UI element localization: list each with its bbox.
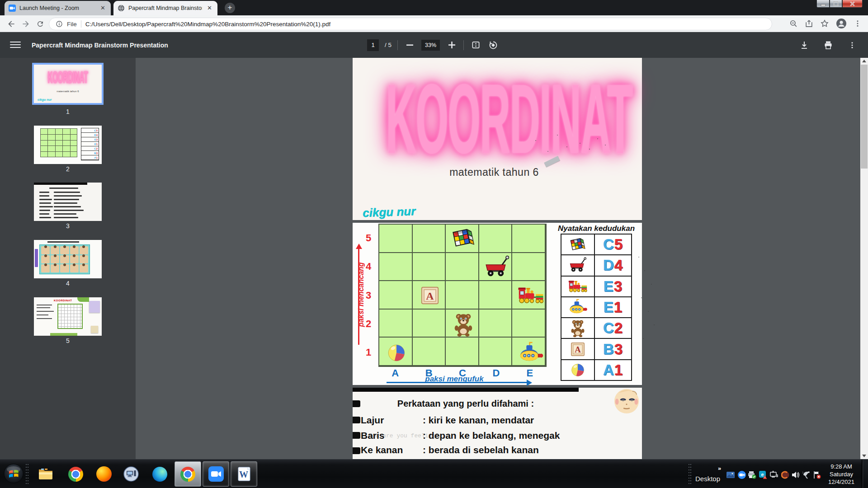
pdf-menu-icon[interactable] bbox=[846, 39, 858, 51]
tray-ccleaner-icon[interactable] bbox=[781, 470, 789, 479]
tab-close-icon[interactable]: ✕ bbox=[99, 5, 107, 12]
zoom-favicon bbox=[9, 5, 16, 12]
my-computer-icon[interactable] bbox=[123, 465, 140, 483]
viewer-scrollbar[interactable] bbox=[860, 58, 868, 459]
table-row: D4 bbox=[561, 255, 631, 276]
slide-title: KOORDINAT bbox=[386, 70, 632, 168]
chrome-icon[interactable] bbox=[67, 465, 84, 483]
tab-title: Papercraft Mindmap Brainstorm bbox=[128, 5, 202, 11]
browser-menu-icon[interactable] bbox=[854, 19, 862, 28]
tray-photo-icon[interactable] bbox=[726, 470, 735, 479]
slide-subtitle: matematik tahun 6 bbox=[353, 166, 642, 178]
profile-avatar[interactable] bbox=[836, 18, 847, 29]
new-tab-button[interactable]: + bbox=[225, 3, 235, 13]
table-row: C5 bbox=[561, 235, 631, 255]
tab-zoom-meeting[interactable]: Launch Meeting - Zoom ✕ bbox=[5, 1, 111, 15]
download-button[interactable] bbox=[798, 39, 810, 51]
face-emoji bbox=[613, 387, 641, 415]
pdf-viewer-area: KOORDINAT matematik tahun 6 cikgu nur pa… bbox=[136, 58, 860, 459]
toy-train-icon bbox=[568, 277, 588, 296]
grid-object-toy-train bbox=[517, 282, 544, 309]
zoom-level-display[interactable]: 33% bbox=[421, 40, 440, 51]
coordinate-grid bbox=[378, 224, 547, 367]
table-row: E3 bbox=[561, 277, 631, 297]
desktop-toolbar-label[interactable]: Desktop bbox=[695, 475, 720, 483]
menu-hamburger-icon[interactable] bbox=[10, 39, 21, 50]
taskbar-separator bbox=[25, 463, 28, 485]
pdf-toolbar: Papercraft Mindmap Brainstorm Presentati… bbox=[0, 32, 868, 58]
tray-browser-warning-icon[interactable]: e bbox=[759, 470, 767, 479]
mini-slide-title: KOORDINAT bbox=[48, 68, 88, 87]
beach-ball-icon bbox=[569, 361, 586, 379]
tray-network-icon[interactable] bbox=[769, 470, 778, 479]
fit-to-page-button[interactable] bbox=[470, 39, 481, 51]
zoom-in-button[interactable] bbox=[446, 39, 458, 51]
tray-satellite-icon[interactable] bbox=[802, 470, 811, 479]
share-icon[interactable] bbox=[805, 19, 813, 28]
edge-icon[interactable] bbox=[151, 465, 168, 483]
letter-block-a-icon bbox=[570, 341, 586, 357]
clock-time: 9:28 AM bbox=[824, 463, 859, 470]
slide3-heading: Perkataan yang perlu difahami : bbox=[353, 399, 579, 409]
window-close-button[interactable] bbox=[842, 0, 863, 8]
info-icon[interactable] bbox=[56, 20, 63, 28]
thumbnail-page-1[interactable]: KOORDINAT matematik tahun 6 cikgu nur bbox=[34, 65, 102, 103]
zoom-out-button[interactable] bbox=[404, 39, 415, 51]
scroll-down-arrow[interactable] bbox=[860, 453, 868, 459]
mini-grid bbox=[40, 128, 77, 157]
firefox-icon[interactable] bbox=[95, 465, 113, 483]
taskbar-word-window-button[interactable]: W bbox=[231, 461, 257, 487]
tab-pdf-presentation[interactable]: Papercraft Mindmap Brainstorm ✕ bbox=[113, 1, 217, 15]
rotate-button[interactable] bbox=[487, 39, 499, 51]
file-explorer-icon[interactable] bbox=[37, 465, 54, 483]
zoom-out-page-icon[interactable] bbox=[789, 19, 798, 28]
globe-favicon bbox=[118, 5, 125, 12]
author-signature: cikgu nur bbox=[362, 204, 415, 220]
grid-row-labels: 54321 bbox=[363, 224, 374, 367]
toolbar-overflow-chevron[interactable]: » bbox=[718, 465, 721, 472]
tray-zoom-icon[interactable] bbox=[737, 470, 746, 479]
tray-printer-icon[interactable] bbox=[748, 470, 756, 479]
tab-close-icon[interactable]: ✕ bbox=[206, 5, 213, 12]
toolbar-divider bbox=[397, 40, 398, 50]
mini-answer-table: C5D4E3E1C2B3A1 bbox=[81, 128, 99, 160]
bookmark-star-icon[interactable] bbox=[820, 19, 829, 28]
rubiks-cube-icon bbox=[569, 235, 587, 253]
start-button[interactable] bbox=[4, 464, 24, 483]
answer-table: C5 D4 E3 E1 C2 bbox=[561, 234, 632, 381]
url-divider bbox=[81, 20, 81, 28]
scrollbar-thumb[interactable] bbox=[861, 65, 868, 169]
back-button[interactable] bbox=[5, 18, 17, 29]
wagon-icon bbox=[568, 256, 587, 275]
tray-volume-icon[interactable] bbox=[791, 470, 800, 479]
thumbnail-page-5[interactable]: KOORDINAT bbox=[34, 297, 102, 336]
pdf-document-title: Papercraft Mindmap Brainstorm Presentati… bbox=[32, 32, 168, 58]
window-maximize-button[interactable] bbox=[830, 0, 842, 8]
scroll-up-arrow[interactable] bbox=[860, 58, 868, 64]
taskbar-separator bbox=[688, 463, 691, 485]
mini-signature: cikgu nur bbox=[38, 98, 52, 101]
omnibox[interactable]: File C:/Users/Dell/Desktop/Papercraft%20… bbox=[49, 18, 772, 30]
print-button[interactable] bbox=[822, 39, 834, 51]
definition-row: Lajur: kiri ke kanan, mendatar bbox=[361, 415, 578, 426]
tray-action-center-flag-icon[interactable] bbox=[812, 470, 821, 479]
reload-button[interactable] bbox=[34, 18, 46, 29]
tab-title: Launch Meeting - Zoom bbox=[19, 5, 95, 11]
thumbnail-page-4[interactable] bbox=[34, 240, 102, 278]
taskbar-zoom-window-button[interactable] bbox=[203, 461, 229, 487]
grid-object-letter-block-a bbox=[420, 285, 440, 306]
grid-object-beach-ball bbox=[385, 342, 408, 364]
answer-table-title: Nyatakan kedudukan bbox=[555, 224, 637, 233]
table-row: E1 bbox=[561, 297, 631, 318]
desktop-screen: Launch Meeting - Zoom ✕ Papercraft Mindm… bbox=[0, 0, 868, 488]
binder-tab bbox=[353, 400, 360, 407]
thumbnail-page-3[interactable] bbox=[34, 183, 102, 221]
page-number-input[interactable]: 1 bbox=[367, 39, 379, 51]
thumbnail-page-2[interactable]: C5D4E3E1C2B3A1 bbox=[34, 126, 102, 164]
forward-button[interactable] bbox=[20, 18, 31, 29]
window-minimize-button[interactable] bbox=[816, 0, 830, 8]
teddy-bear-icon bbox=[568, 319, 587, 338]
taskbar-chrome-window-button[interactable] bbox=[175, 461, 201, 487]
taskbar-clock[interactable]: 9:28 AM Saturday 12/4/2021 bbox=[824, 463, 859, 486]
show-desktop-button[interactable] bbox=[862, 460, 868, 488]
